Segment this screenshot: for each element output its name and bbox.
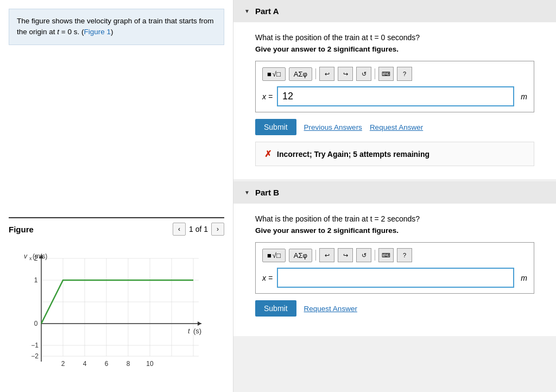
part-b-input-unit: m [521, 274, 527, 282]
part-b-body: What is the position of the train at t =… [233, 204, 556, 336]
problem-text-before: The figure shows the velocity graph of a… [17, 17, 213, 36]
part-b-instruction: Give your answer to 2 significant figure… [255, 226, 534, 235]
svg-text:(m/s): (m/s) [33, 252, 47, 260]
part-b-request-answer-button[interactable]: Request Answer [304, 305, 357, 313]
part-b-submit-button[interactable]: Submit [255, 300, 296, 317]
part-b-title: Part B [255, 188, 279, 197]
part-b-toolbar-separator-1 [315, 250, 316, 261]
part-a-input-field[interactable] [277, 86, 514, 106]
graph-container: 2 4 6 8 10 t (s) 2 1 0 −1 −2 v x (m/s) [9, 242, 224, 383]
part-a-greek-button[interactable]: ΑΣφ [289, 67, 312, 81]
part-a-feedback-text: Incorrect; Try Again; 5 attempts remaini… [277, 150, 429, 159]
part-a-input-label: x = [262, 92, 273, 101]
part-a-section: ▼ Part A What is the position of the tra… [233, 0, 556, 179]
part-a-prev-answers-button[interactable]: Previous Answers [304, 123, 362, 131]
feedback-error-icon: ✗ [264, 149, 271, 159]
part-a-math-input-box: ■ √□ ΑΣφ ↩ ↪ ↺ ⌨ ? x = [255, 61, 534, 112]
svg-text:0: 0 [34, 320, 38, 327]
part-b-section: ▼ Part B What is the position of the tra… [233, 181, 556, 336]
part-b-sqrt-icon: √□ [273, 251, 281, 260]
part-a-undo-button[interactable]: ↩ [319, 67, 334, 81]
svg-text:4: 4 [83, 360, 87, 368]
part-a-matrix-button[interactable]: ■ √□ [262, 67, 286, 81]
sqrt-icon: √□ [273, 70, 281, 78]
svg-text:v: v [24, 252, 28, 260]
part-b-greek-label: ΑΣφ [294, 251, 307, 260]
part-b-input-label: x = [262, 274, 273, 282]
part-b-toolbar-separator-2 [375, 250, 375, 261]
part-b-help-button[interactable]: ? [397, 248, 412, 262]
part-a-header[interactable]: ▼ Part A [233, 0, 556, 22]
part-b-header[interactable]: ▼ Part B [233, 181, 556, 204]
part-b-refresh-button[interactable]: ↺ [356, 248, 371, 262]
svg-text:−2: −2 [31, 352, 39, 360]
part-a-keyboard-button[interactable]: ⌨ [378, 67, 394, 81]
part-a-input-unit: m [521, 92, 527, 101]
figure-link[interactable]: Figure 1 [84, 28, 111, 36]
part-b-matrix-button[interactable]: ■ √□ [262, 249, 286, 262]
matrix-icon: ■ [267, 70, 271, 78]
toolbar-separator-1 [315, 68, 316, 79]
part-a-instruction: Give your answer to 2 significant figure… [255, 45, 534, 53]
figure-label: Figure [9, 225, 34, 234]
figure-header: Figure ‹ 1 of 1 › [9, 217, 224, 236]
equation-inline: t = 0 [57, 28, 72, 36]
part-b-undo-button[interactable]: ↩ [319, 248, 334, 262]
svg-text:x: x [29, 256, 32, 261]
svg-text:2: 2 [61, 360, 65, 368]
part-a-collapse-icon: ▼ [244, 8, 250, 14]
part-b-question: What is the position of the train at t =… [255, 214, 534, 223]
svg-text:t: t [188, 327, 191, 335]
greek-label: ΑΣφ [294, 70, 307, 78]
part-a-toolbar: ■ √□ ΑΣφ ↩ ↪ ↺ ⌨ ? [262, 67, 527, 81]
figure-nav-count: 1 of 1 [189, 225, 208, 233]
toolbar-separator-2 [375, 68, 375, 79]
part-a-refresh-button[interactable]: ↺ [356, 67, 371, 81]
figure-section: Figure ‹ 1 of 1 › [9, 217, 224, 383]
svg-text:10: 10 [146, 360, 154, 368]
part-a-input-row: x = m [262, 86, 527, 106]
problem-text-after: s. ( [72, 28, 84, 36]
right-panel: ▼ Part A What is the position of the tra… [233, 0, 556, 392]
part-a-action-row: Submit Previous Answers Request Answer [255, 119, 534, 135]
part-a-request-answer-button[interactable]: Request Answer [370, 123, 423, 131]
svg-text:1: 1 [34, 276, 38, 284]
part-a-title: Part A [255, 7, 279, 16]
part-b-math-input-box: ■ √□ ΑΣφ ↩ ↪ ↺ ⌨ ? x = [255, 242, 534, 294]
problem-statement: The figure shows the velocity graph of a… [9, 9, 224, 45]
part-a-feedback-box: ✗ Incorrect; Try Again; 5 attempts remai… [255, 142, 534, 166]
part-b-input-row: x = m [262, 268, 527, 288]
part-a-submit-button[interactable]: Submit [255, 119, 296, 135]
part-b-redo-button[interactable]: ↪ [338, 248, 353, 262]
part-b-greek-button[interactable]: ΑΣφ [289, 249, 312, 262]
svg-text:(s): (s) [193, 327, 201, 335]
part-a-body: What is the position of the train at t =… [233, 22, 556, 179]
part-b-matrix-icon: ■ [267, 251, 271, 260]
svg-text:6: 6 [105, 360, 109, 368]
part-a-help-button[interactable]: ? [397, 67, 412, 81]
figure-prev-button[interactable]: ‹ [173, 223, 186, 236]
part-b-collapse-icon: ▼ [244, 189, 250, 195]
part-b-keyboard-button[interactable]: ⌨ [378, 248, 394, 262]
problem-text-close: ) [111, 28, 113, 36]
svg-text:−1: −1 [31, 342, 39, 349]
figure-nav: ‹ 1 of 1 › [173, 223, 224, 236]
left-panel: The figure shows the velocity graph of a… [0, 0, 233, 392]
part-b-toolbar: ■ √□ ΑΣφ ↩ ↪ ↺ ⌨ ? [262, 248, 527, 262]
svg-marker-30 [198, 321, 201, 326]
part-b-input-field[interactable] [277, 268, 514, 288]
part-a-question: What is the position of the train at t =… [255, 33, 534, 42]
part-a-redo-button[interactable]: ↪ [338, 67, 353, 81]
svg-text:8: 8 [127, 360, 130, 368]
velocity-graph: 2 4 6 8 10 t (s) 2 1 0 −1 −2 v x (m/s) [20, 248, 215, 378]
figure-next-button[interactable]: › [211, 223, 224, 236]
part-b-action-row: Submit Request Answer [255, 300, 534, 317]
